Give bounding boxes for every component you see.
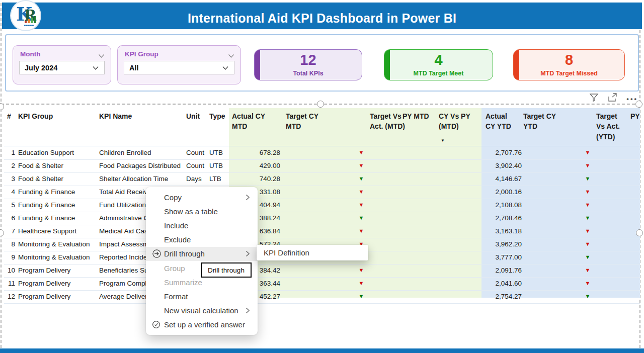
col-header-target-vs-act-mtd[interactable]: Target Vs Act. (MTD): [370, 111, 405, 132]
mtd-target-meet-card[interactable]: 4 MTD Target Meet: [384, 49, 493, 80]
filter-icon[interactable]: [589, 93, 599, 104]
table-row[interactable]: 6 Funding & Finance Administrative C 388…: [4, 212, 640, 225]
col-header-py-mtd[interactable]: PY MTD: [403, 111, 434, 121]
row-number-cell: 6: [4, 214, 15, 222]
row-number-cell: 11: [4, 280, 15, 287]
month-slicer[interactable]: Month July 2024: [13, 45, 111, 84]
col-header-index[interactable]: #: [7, 111, 11, 121]
mtd-target-missed-card[interactable]: 8 MTD Target Missed: [513, 49, 625, 80]
kpi-group-cell: Funding & Finance: [18, 188, 75, 196]
table-row[interactable]: 10 Program Delivery Beneficiaries Su 384…: [4, 264, 640, 278]
target-vs-act-mtd-triangle-icon: ▼: [357, 215, 365, 221]
kpi-group-cell: Program Delivery: [18, 293, 70, 300]
col-header-cy-vs-py-mtd[interactable]: CY Vs PY (MTD): [439, 111, 473, 132]
chevron-right-icon: [246, 250, 252, 257]
kpi-name-cell: Fund Utilization: [99, 201, 146, 209]
chevron-down-icon[interactable]: [92, 63, 99, 72]
kpi-group-cell: Education Support: [18, 149, 74, 156]
menu-item-new-visual-calculation[interactable]: New visual calculation: [146, 304, 258, 318]
kpi-group-slicer[interactable]: KPI Group All: [117, 45, 241, 84]
target-vs-act-ytd-triangle-icon: ▼: [584, 228, 592, 234]
chevron-down-icon[interactable]: [228, 51, 234, 60]
menu-item-set-up-verified-answer[interactable]: Set up a verified answer: [146, 318, 258, 332]
actual-cy-ytd-cell: 3,962.20: [470, 240, 522, 248]
kpi-group-cell: Food & Shelter: [18, 175, 63, 183]
col-header-kpi-group[interactable]: KPI Group: [18, 111, 53, 121]
table-row[interactable]: 7 Healthcare Support Medical Aid Cas 636…: [4, 225, 640, 238]
total-kpis-card[interactable]: 12 Total KPIs: [254, 49, 362, 80]
resize-handle-right-middle[interactable]: [636, 229, 643, 236]
visual-selection-border: [1, 3, 2, 348]
col-header-type[interactable]: Type: [209, 111, 225, 121]
kpi-group-cell: Funding & Finance: [18, 201, 75, 209]
col-header-actual-cy-ytd[interactable]: Actual CY YTD: [486, 111, 515, 132]
row-number-cell: 2: [4, 162, 15, 169]
col-header-kpi-name[interactable]: KPI Name: [99, 111, 132, 121]
table-row[interactable]: 1 Education Support Children Enrolled Co…: [4, 147, 640, 160]
table-row[interactable]: 12 Program Delivery Average Deliver 452.…: [4, 291, 640, 304]
kpi-name-cell: Impact Assessm: [99, 240, 148, 248]
target-vs-act-ytd-triangle-icon: ▼: [584, 241, 592, 247]
target-vs-act-ytd-triangle-icon: ▼: [584, 254, 592, 260]
menu-item-exclude[interactable]: Exclude: [146, 233, 258, 247]
chevron-right-icon: [246, 307, 252, 314]
sort-descending-icon[interactable]: ▼: [441, 138, 445, 143]
resize-handle-top-left[interactable]: [0, 103, 4, 110]
actual-cy-ytd-cell: 2,041.60: [470, 280, 522, 287]
actual-cy-mtd-cell: 740.28: [229, 175, 280, 183]
col-header-target-cy-ytd[interactable]: Target CY YTD: [523, 111, 565, 132]
chevron-down-icon[interactable]: [222, 63, 229, 72]
mtd-target-meet-label: MTD Target Meet: [384, 70, 493, 77]
actual-cy-ytd-cell: 2,000.16: [470, 188, 522, 196]
table-row[interactable]: 11 Program Delivery Program Compl 363.44…: [4, 278, 640, 291]
logo-barchart-icon: [25, 16, 36, 23]
page-title: International Aid KPI Dashboard in Power…: [2, 11, 642, 26]
table-row[interactable]: 4 Funding & Finance Total Aid Receiv 331…: [4, 186, 640, 199]
table-row[interactable]: 2 Food & Shelter Food Packages Distribut…: [4, 160, 640, 173]
row-number-cell: 5: [4, 201, 15, 209]
menu-item-show-as-table[interactable]: Show as a table: [146, 204, 258, 218]
col-header-unit[interactable]: Unit: [186, 111, 200, 121]
target-vs-act-mtd-triangle-icon: ▼: [357, 228, 365, 234]
table-row[interactable]: 3 Food & Shelter Shelter Allocation Time…: [4, 173, 640, 186]
actual-cy-ytd-cell: 3,163.18: [470, 227, 522, 235]
drill-through-icon: [152, 249, 164, 258]
target-vs-act-mtd-triangle-icon: ▼: [357, 162, 365, 168]
chevron-down-icon[interactable]: [98, 51, 105, 60]
target-vs-act-mtd-triangle-icon: ▼: [357, 202, 365, 208]
row-number-cell: 4: [4, 188, 15, 196]
actual-cy-ytd-cell: 3,777.00: [470, 253, 522, 261]
actual-cy-ytd-cell: 2,108.08: [470, 201, 522, 209]
mtd-target-missed-label: MTD Target Missed: [514, 70, 624, 77]
month-dropdown[interactable]: July 2024: [19, 61, 105, 74]
resize-handle-top-center[interactable]: [317, 101, 324, 108]
menu-item-drill-through[interactable]: Drill through: [146, 247, 258, 261]
kpi-group-dropdown-value: All: [129, 64, 222, 72]
menu-item-copy[interactable]: Copy: [146, 190, 258, 204]
resize-handle-top-right[interactable]: [635, 101, 642, 108]
target-vs-act-mtd-triangle-icon: ▼: [357, 267, 365, 273]
actual-cy-ytd-cell: 2,707.76: [470, 149, 522, 156]
kpi-group-dropdown[interactable]: All: [124, 61, 234, 74]
resize-handle-left-middle[interactable]: [0, 229, 4, 236]
col-header-py-ytd[interactable]: PY: [630, 111, 640, 121]
kpi-group-cell: Food & Shelter: [18, 162, 63, 169]
table-row[interactable]: 5 Funding & Finance Fund Utilization 404…: [4, 199, 640, 212]
mtd-target-missed-value: 8: [514, 52, 624, 68]
col-header-target-vs-act-ytd[interactable]: Target Vs Act. (YTD): [596, 111, 626, 142]
month-dropdown-value: July 2024: [25, 64, 92, 72]
col-header-actual-cy-mtd[interactable]: Actual CY MTD: [232, 111, 273, 132]
target-vs-act-ytd-triangle-icon: ▼: [584, 267, 592, 273]
target-vs-act-ytd-triangle-icon: ▼: [584, 293, 592, 299]
submenu-item-kpi-definition[interactable]: KPI Definition: [264, 248, 309, 257]
menu-item-format[interactable]: Format: [146, 289, 258, 303]
row-number-cell: 10: [4, 267, 15, 274]
unit-cell: Count: [186, 149, 204, 156]
menu-item-include[interactable]: Include: [146, 218, 258, 232]
target-vs-act-ytd-triangle-icon: ▼: [584, 189, 592, 195]
col-header-target-cy-mtd[interactable]: Target CY MTD: [286, 111, 327, 132]
actual-cy-ytd-cell: 4,146.67: [470, 175, 522, 183]
kpi-name-cell: Beneficiaries Su: [99, 267, 148, 274]
kpi-group-cell: Monitoring & Evaluation: [18, 240, 90, 248]
focus-mode-icon[interactable]: [608, 93, 617, 104]
